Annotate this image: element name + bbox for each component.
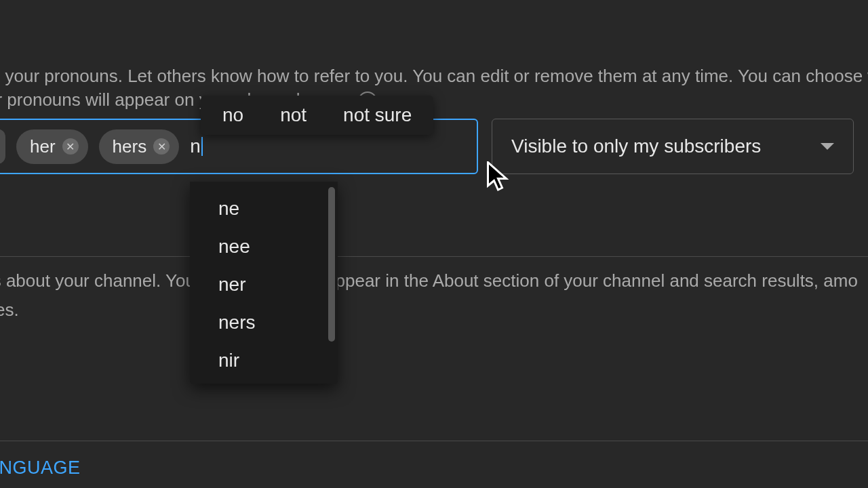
section-header-fragment: n: [0, 217, 1, 239]
pronoun-chip-partial: [0, 129, 5, 164]
ime-suggestion[interactable]: no: [208, 100, 258, 130]
visibility-selected-label: Visible to only my subscribers: [511, 136, 761, 157]
autocomplete-item[interactable]: ner: [190, 266, 338, 304]
chip-label: hers: [113, 136, 147, 157]
description-text-line1: rs about your channel. Your description …: [0, 270, 858, 291]
pronoun-chip: her ✕: [16, 129, 88, 164]
ime-suggestion[interactable]: not: [265, 100, 321, 130]
visibility-select[interactable]: Visible to only my subscribers: [492, 119, 854, 174]
autocomplete-item[interactable]: ners: [190, 304, 338, 342]
separator: [0, 441, 868, 441]
typed-text-value: n: [190, 136, 201, 157]
chip-remove-icon[interactable]: ✕: [62, 138, 79, 155]
chevron-down-icon: [821, 143, 834, 150]
separator: [0, 256, 868, 257]
text-caret: [201, 137, 203, 156]
language-link[interactable]: ANGUAGE: [0, 458, 81, 479]
pronoun-chip: hers ✕: [99, 129, 180, 164]
pronouns-typed-text: n: [190, 136, 201, 157]
description-text-line2: ces.: [0, 300, 19, 321]
ime-suggestion[interactable]: not sure: [328, 100, 427, 130]
autocomplete-item[interactable]: nee: [190, 228, 338, 266]
ime-suggestion-bar: no not not sure: [201, 96, 433, 135]
chip-label: her: [30, 136, 56, 157]
autocomplete-dropdown: ne nee ner ners nir: [190, 182, 338, 384]
chip-remove-icon[interactable]: ✕: [153, 138, 170, 155]
autocomplete-item[interactable]: nir: [190, 342, 338, 380]
pronouns-description-line1: ld your pronouns. Let others know how to…: [0, 66, 868, 87]
scrollbar-thumb[interactable]: [328, 187, 335, 342]
autocomplete-item[interactable]: ne: [190, 190, 338, 228]
